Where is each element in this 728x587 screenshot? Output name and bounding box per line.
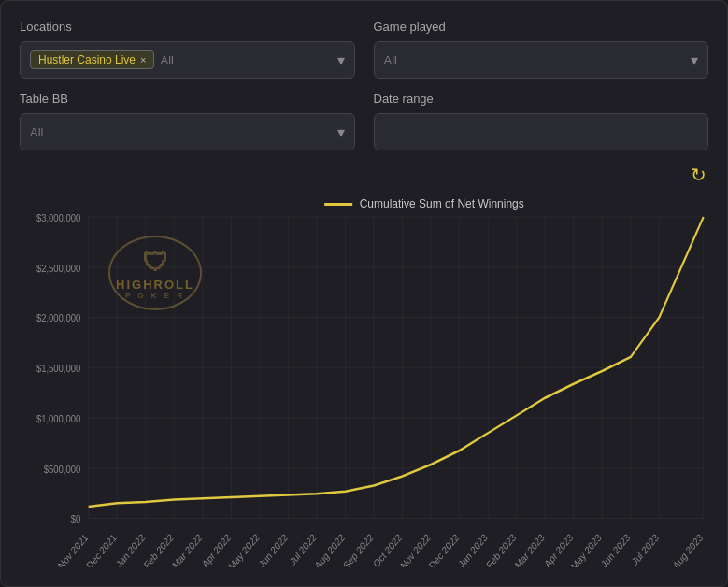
svg-text:May 2023: May 2023 xyxy=(569,532,604,567)
locations-filter-group: Locations Hustler Casino Live × All ▾ xyxy=(20,20,355,79)
game-played-chevron-icon: ▾ xyxy=(691,51,698,69)
svg-text:$1,000,000: $1,000,000 xyxy=(36,413,81,424)
svg-text:Jun 2022: Jun 2022 xyxy=(257,532,290,567)
svg-text:Jun 2023: Jun 2023 xyxy=(599,532,632,567)
svg-text:Mar 2022: Mar 2022 xyxy=(171,532,205,567)
watermark-poker: P O K E R xyxy=(125,292,185,300)
date-range-filter-group: Date range xyxy=(374,92,709,150)
hustler-casino-tag[interactable]: Hustler Casino Live × xyxy=(30,50,154,69)
svg-text:$0: $0 xyxy=(71,514,81,525)
table-bb-chevron-icon: ▾ xyxy=(337,123,345,141)
legend-line-icon xyxy=(324,203,352,206)
svg-text:Mar 2023: Mar 2023 xyxy=(513,532,547,567)
watermark-highroll: HIGHROLL xyxy=(116,278,194,292)
tag-label: Hustler Casino Live xyxy=(38,53,136,66)
legend-label: Cumulative Sum of Net Winnings xyxy=(360,197,524,210)
watermark: 🛡 HIGHROLL P O K E R xyxy=(99,231,211,315)
locations-chevron-icon: ▾ xyxy=(337,51,345,69)
table-bb-dropdown[interactable]: All ▾ xyxy=(20,113,355,150)
svg-text:$2,500,000: $2,500,000 xyxy=(36,263,81,274)
svg-text:$3,000,000: $3,000,000 xyxy=(36,212,81,223)
locations-dropdown[interactable]: Hustler Casino Live × All ▾ xyxy=(20,41,355,79)
chart-area: Cumulative Sum of Net Winnings 🛡 HIGHROL… xyxy=(20,193,708,567)
svg-text:$500,000: $500,000 xyxy=(44,464,81,475)
filters-row-1: Locations Hustler Casino Live × All ▾ Ga… xyxy=(20,20,708,79)
locations-placeholder: All xyxy=(160,53,173,67)
svg-text:$2,000,000: $2,000,000 xyxy=(36,313,81,324)
game-played-dropdown[interactable]: All ▾ xyxy=(374,41,709,79)
chart-legend: Cumulative Sum of Net Winnings xyxy=(324,197,524,210)
filters-row-2: Table BB All ▾ Date range xyxy=(20,92,708,150)
svg-text:Sep 2022: Sep 2022 xyxy=(342,532,376,567)
tag-remove-button[interactable]: × xyxy=(140,54,146,65)
refresh-button[interactable]: ↻ xyxy=(691,164,707,186)
main-container: Locations Hustler Casino Live × All ▾ Ga… xyxy=(0,0,728,587)
game-played-placeholder: All xyxy=(384,53,397,67)
svg-text:$1,500,000: $1,500,000 xyxy=(36,364,81,375)
table-bb-filter-group: Table BB All ▾ xyxy=(20,92,355,150)
date-range-input[interactable] xyxy=(374,113,709,150)
shield-icon: 🛡 xyxy=(142,247,169,278)
date-range-label: Date range xyxy=(374,92,709,106)
table-bb-label: Table BB xyxy=(20,92,355,106)
svg-text:May 2022: May 2022 xyxy=(227,532,262,567)
table-bb-placeholder: All xyxy=(30,125,43,139)
game-played-label: Game played xyxy=(374,20,709,34)
svg-text:Jul 2023: Jul 2023 xyxy=(630,532,661,567)
game-played-filter-group: Game played All ▾ xyxy=(374,20,709,79)
locations-label: Locations xyxy=(20,20,355,34)
svg-text:Aug 2023: Aug 2023 xyxy=(671,532,705,567)
